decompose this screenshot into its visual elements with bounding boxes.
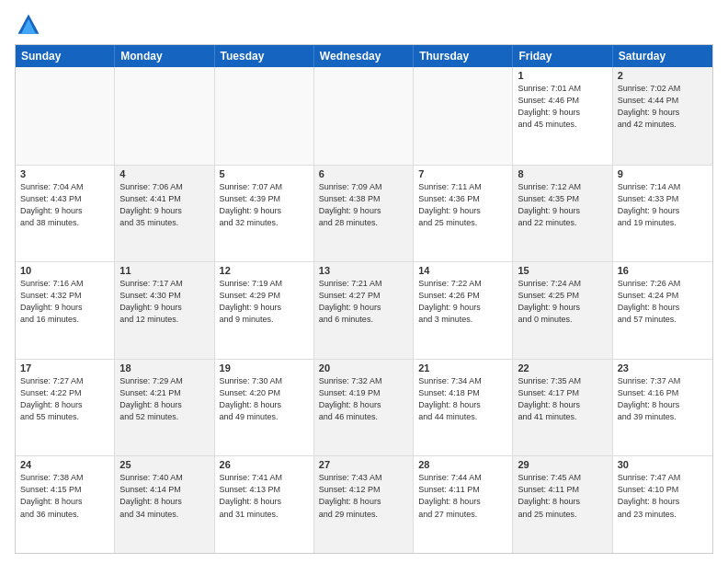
day-info: Sunrise: 7:32 AM Sunset: 4:19 PM Dayligh… [319,375,408,423]
weekday-header-saturday: Saturday [613,45,712,67]
day-info: Sunrise: 7:29 AM Sunset: 4:21 PM Dayligh… [119,375,209,423]
day-info: Sunrise: 7:04 AM Sunset: 4:43 PM Dayligh… [20,181,109,229]
day-info: Sunrise: 7:35 AM Sunset: 4:17 PM Dayligh… [518,375,607,423]
day-cell-3: 3Sunrise: 7:04 AM Sunset: 4:43 PM Daylig… [16,166,115,262]
day-info: Sunrise: 7:40 AM Sunset: 4:14 PM Dayligh… [119,472,209,520]
day-info: Sunrise: 7:09 AM Sunset: 4:38 PM Dayligh… [319,181,408,229]
day-number: 25 [119,459,209,470]
day-info: Sunrise: 7:43 AM Sunset: 4:12 PM Dayligh… [319,472,408,520]
day-number: 12 [220,265,309,276]
day-cell-7: 7Sunrise: 7:11 AM Sunset: 4:36 PM Daylig… [414,166,513,262]
day-info: Sunrise: 7:44 AM Sunset: 4:11 PM Dayligh… [418,472,507,520]
day-info: Sunrise: 7:26 AM Sunset: 4:24 PM Dayligh… [618,278,708,326]
day-number: 2 [618,70,708,81]
day-cell-5: 5Sunrise: 7:07 AM Sunset: 4:39 PM Daylig… [215,166,314,262]
day-cell-26: 26Sunrise: 7:41 AM Sunset: 4:13 PM Dayli… [215,456,314,553]
day-cell-6: 6Sunrise: 7:09 AM Sunset: 4:38 PM Daylig… [314,166,414,262]
day-number: 1 [518,70,607,81]
day-info: Sunrise: 7:47 AM Sunset: 4:10 PM Dayligh… [618,472,708,520]
day-number: 17 [20,362,109,373]
day-cell-9: 9Sunrise: 7:14 AM Sunset: 4:33 PM Daylig… [613,166,712,262]
day-cell-25: 25Sunrise: 7:40 AM Sunset: 4:14 PM Dayli… [115,456,214,553]
empty-cell [215,67,314,165]
day-number: 27 [319,459,408,470]
day-number: 28 [418,459,507,470]
calendar-header: SundayMondayTuesdayWednesdayThursdayFrid… [16,45,712,67]
calendar: SundayMondayTuesdayWednesdayThursdayFrid… [15,44,713,554]
day-info: Sunrise: 7:16 AM Sunset: 4:32 PM Dayligh… [20,278,109,326]
day-cell-1: 1Sunrise: 7:01 AM Sunset: 4:46 PM Daylig… [513,67,612,165]
day-cell-11: 11Sunrise: 7:17 AM Sunset: 4:30 PM Dayli… [115,262,214,359]
day-info: Sunrise: 7:27 AM Sunset: 4:22 PM Dayligh… [20,375,109,423]
page: SundayMondayTuesdayWednesdayThursdayFrid… [0,0,728,563]
day-number: 29 [518,459,607,470]
day-cell-15: 15Sunrise: 7:24 AM Sunset: 4:25 PM Dayli… [513,262,612,359]
day-cell-20: 20Sunrise: 7:32 AM Sunset: 4:19 PM Dayli… [314,360,414,456]
day-cell-19: 19Sunrise: 7:30 AM Sunset: 4:20 PM Dayli… [215,360,314,456]
day-number: 5 [220,168,309,179]
day-number: 18 [119,362,209,373]
day-info: Sunrise: 7:24 AM Sunset: 4:25 PM Dayligh… [518,278,607,326]
day-number: 14 [418,265,507,276]
day-number: 20 [319,362,408,373]
day-info: Sunrise: 7:07 AM Sunset: 4:39 PM Dayligh… [220,181,309,229]
day-number: 3 [20,168,109,179]
day-cell-27: 27Sunrise: 7:43 AM Sunset: 4:12 PM Dayli… [314,456,414,553]
day-cell-8: 8Sunrise: 7:12 AM Sunset: 4:35 PM Daylig… [513,166,612,262]
day-number: 13 [319,265,408,276]
day-number: 4 [119,168,209,179]
day-number: 16 [618,265,708,276]
day-cell-22: 22Sunrise: 7:35 AM Sunset: 4:17 PM Dayli… [513,360,612,456]
weekday-header-friday: Friday [513,45,612,67]
empty-cell [314,67,414,165]
weekday-header-sunday: Sunday [16,45,115,67]
day-info: Sunrise: 7:34 AM Sunset: 4:18 PM Dayligh… [418,375,507,423]
day-number: 10 [20,265,109,276]
day-cell-30: 30Sunrise: 7:47 AM Sunset: 4:10 PM Dayli… [613,456,712,553]
day-info: Sunrise: 7:37 AM Sunset: 4:16 PM Dayligh… [618,375,708,423]
day-number: 24 [20,459,109,470]
day-cell-2: 2Sunrise: 7:02 AM Sunset: 4:44 PM Daylig… [613,67,712,165]
day-info: Sunrise: 7:12 AM Sunset: 4:35 PM Dayligh… [518,181,607,229]
day-cell-17: 17Sunrise: 7:27 AM Sunset: 4:22 PM Dayli… [16,360,115,456]
logo [15,11,46,39]
day-info: Sunrise: 7:41 AM Sunset: 4:13 PM Dayligh… [220,472,309,520]
day-info: Sunrise: 7:14 AM Sunset: 4:33 PM Dayligh… [618,181,708,229]
day-cell-24: 24Sunrise: 7:38 AM Sunset: 4:15 PM Dayli… [16,456,115,553]
day-info: Sunrise: 7:01 AM Sunset: 4:46 PM Dayligh… [518,83,607,131]
calendar-row-4: 17Sunrise: 7:27 AM Sunset: 4:22 PM Dayli… [16,359,712,456]
day-info: Sunrise: 7:30 AM Sunset: 4:20 PM Dayligh… [220,375,309,423]
day-cell-4: 4Sunrise: 7:06 AM Sunset: 4:41 PM Daylig… [115,166,214,262]
empty-cell [16,67,115,165]
day-number: 30 [618,459,708,470]
calendar-row-5: 24Sunrise: 7:38 AM Sunset: 4:15 PM Dayli… [16,455,712,553]
day-number: 22 [518,362,607,373]
day-number: 7 [418,168,507,179]
weekday-header-monday: Monday [115,45,214,67]
day-number: 19 [220,362,309,373]
day-number: 21 [418,362,507,373]
logo-icon [15,11,42,39]
empty-cell [115,67,214,165]
day-number: 11 [119,265,209,276]
day-number: 15 [518,265,607,276]
day-cell-18: 18Sunrise: 7:29 AM Sunset: 4:21 PM Dayli… [115,360,214,456]
day-number: 9 [618,168,708,179]
day-number: 8 [518,168,607,179]
day-cell-29: 29Sunrise: 7:45 AM Sunset: 4:11 PM Dayli… [513,456,612,553]
day-number: 26 [220,459,309,470]
empty-cell [414,67,513,165]
day-info: Sunrise: 7:02 AM Sunset: 4:44 PM Dayligh… [618,83,708,131]
day-info: Sunrise: 7:17 AM Sunset: 4:30 PM Dayligh… [119,278,209,326]
day-info: Sunrise: 7:21 AM Sunset: 4:27 PM Dayligh… [319,278,408,326]
day-cell-23: 23Sunrise: 7:37 AM Sunset: 4:16 PM Dayli… [613,360,712,456]
day-info: Sunrise: 7:06 AM Sunset: 4:41 PM Dayligh… [119,181,209,229]
header [15,11,713,39]
day-info: Sunrise: 7:45 AM Sunset: 4:11 PM Dayligh… [518,472,607,520]
day-cell-14: 14Sunrise: 7:22 AM Sunset: 4:26 PM Dayli… [414,262,513,359]
day-cell-10: 10Sunrise: 7:16 AM Sunset: 4:32 PM Dayli… [16,262,115,359]
day-info: Sunrise: 7:19 AM Sunset: 4:29 PM Dayligh… [220,278,309,326]
calendar-row-2: 3Sunrise: 7:04 AM Sunset: 4:43 PM Daylig… [16,165,712,262]
calendar-row-3: 10Sunrise: 7:16 AM Sunset: 4:32 PM Dayli… [16,261,712,359]
day-number: 6 [319,168,408,179]
